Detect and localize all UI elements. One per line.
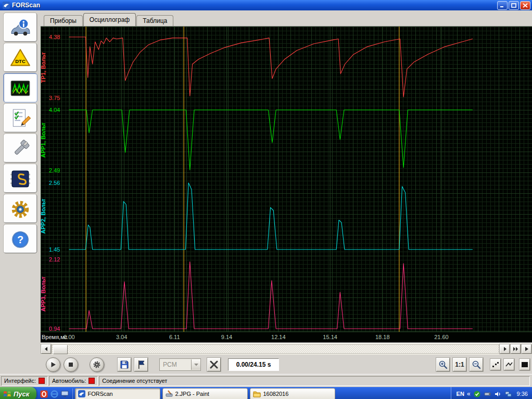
module-select[interactable]: PCM [159, 358, 201, 371]
clock: 9:36 [517, 391, 528, 397]
svg-text:4.38: 4.38 [49, 34, 60, 40]
zoom-scale-label: 1:1 [455, 361, 464, 368]
checklist-icon [9, 108, 32, 130]
tab-devices[interactable]: Приборы [44, 15, 83, 26]
scrollbar-thumb[interactable] [53, 345, 68, 354]
status-bar: Интерфейс: Автомобиль: Соединение отсутс… [0, 374, 532, 387]
help-glyph: ? [17, 234, 23, 245]
svg-text:2.49: 2.49 [49, 167, 60, 173]
folder-icon [253, 391, 261, 397]
zoom-out-icon [472, 360, 481, 369]
tab-strip: Приборы Осциллограф Таблица [41, 10, 532, 26]
start-button[interactable]: Пуск [0, 387, 36, 399]
taskbar-task-paint[interactable]: 2.JPG - Paint [162, 388, 248, 399]
taskbar: Пуск FORScan 2.JPG - Paint 16082016 EN «… [0, 387, 532, 399]
time-display: 0.00/24.15 s [228, 358, 279, 371]
vehicle-label: Автомобиль: [52, 378, 86, 384]
svg-text:21.60: 21.60 [434, 334, 449, 340]
display-solid-button[interactable] [520, 359, 530, 370]
taskbar-task-folder[interactable]: 16082016 [250, 388, 335, 399]
fast-forward-button[interactable] [511, 344, 521, 354]
module-select-value: PCM [163, 361, 177, 368]
forscan-window: FORScan DTC [0, 0, 532, 399]
oscilloscope-icon [9, 78, 32, 99]
svg-text:Время,мс: Время,мс [42, 334, 68, 340]
wrench-icon [9, 138, 32, 160]
sidebar-vehicle-info-button[interactable] [4, 13, 37, 42]
sidebar: DTC [0, 10, 41, 374]
svg-text:2.56: 2.56 [49, 180, 60, 186]
disconnect-button[interactable] [207, 358, 221, 371]
opera-icon[interactable] [40, 390, 48, 398]
svg-text:15.14: 15.14 [323, 334, 337, 340]
sidebar-service-button[interactable] [4, 134, 37, 163]
task-label: 16082016 [263, 391, 288, 397]
save-icon [120, 360, 129, 369]
zoom-out-button[interactable] [470, 358, 483, 371]
task-label: FORScan [87, 391, 112, 397]
minimize-button[interactable] [497, 1, 508, 10]
save-button[interactable] [118, 358, 131, 371]
dtc-icon: DTC [9, 47, 32, 69]
svg-text:TP1, Вольт: TP1, Вольт [41, 52, 46, 82]
toolbar: PCM 0.00/24.15 s 1:1 [41, 355, 532, 374]
markers-mode-icon [492, 361, 499, 368]
solid-mode-icon [521, 361, 528, 368]
title-bar: FORScan [0, 0, 532, 10]
gear-icon [9, 198, 32, 220]
svg-text:12.14: 12.14 [271, 334, 286, 340]
show-desktop-icon[interactable] [60, 390, 69, 398]
svg-text:APP1, Вольт: APP1, Вольт [41, 122, 46, 158]
svg-text:6.11: 6.11 [169, 334, 180, 340]
language-indicator[interactable]: EN [457, 391, 464, 397]
svg-text:0.94: 0.94 [49, 326, 60, 332]
sidebar-module-config-button[interactable] [4, 164, 37, 193]
marker-flag-button[interactable] [134, 358, 148, 371]
sidebar-oscilloscope-button[interactable] [4, 73, 37, 102]
sidebar-dtc-button[interactable]: DTC [4, 43, 37, 72]
svg-text:18.18: 18.18 [375, 334, 390, 340]
play-button[interactable] [46, 357, 60, 372]
tray-expand-button[interactable]: « [467, 390, 471, 397]
zoom-reset-button[interactable]: 1:1 [453, 358, 466, 371]
car-info-icon [9, 17, 32, 39]
usb-icon[interactable] [484, 390, 491, 398]
network-icon[interactable] [504, 390, 512, 398]
stop-button[interactable] [64, 357, 78, 372]
tab-oscilloscope[interactable]: Осциллограф [83, 13, 136, 26]
svg-text:2.12: 2.12 [49, 256, 60, 263]
time-display-value: 0.00/24.15 s [236, 361, 271, 368]
ie-icon[interactable] [50, 390, 59, 398]
tab-table-label: Таблица [143, 17, 167, 24]
antivirus-icon[interactable] [473, 390, 481, 398]
display-markers-button[interactable] [490, 359, 501, 370]
volume-icon[interactable] [494, 390, 502, 398]
svg-text:3.75: 3.75 [49, 95, 60, 101]
forscan-icon [78, 390, 85, 397]
scrollbar-track[interactable] [52, 344, 499, 354]
display-lines-button[interactable] [504, 359, 514, 370]
oscilloscope-canvas[interactable]: 0.003.046.119.1412.1415.1418.1821.60Врем… [41, 27, 532, 342]
horizontal-scrollbar[interactable] [41, 343, 532, 355]
windows-logo-icon [3, 390, 11, 398]
sidebar-tests-button[interactable] [4, 104, 37, 132]
record-settings-button[interactable] [90, 357, 104, 372]
jump-end-button[interactable] [522, 344, 531, 354]
svg-text:4.04: 4.04 [49, 107, 60, 113]
scroll-left-button[interactable] [41, 344, 51, 354]
taskbar-task-forscan[interactable]: FORScan [75, 388, 160, 399]
paint-icon [166, 390, 173, 397]
sidebar-settings-button[interactable] [4, 194, 37, 223]
close-button[interactable] [520, 1, 530, 10]
sidebar-help-button[interactable]: ? [4, 225, 37, 253]
interface-label: Интерфейс: [4, 378, 36, 384]
tab-oscilloscope-label: Осциллограф [90, 16, 130, 23]
maximize-button[interactable] [509, 1, 519, 10]
window-title: FORScan [12, 2, 497, 9]
app-icon [3, 2, 10, 9]
zoom-in-button[interactable] [436, 358, 450, 371]
svg-text:APP3, Вольт: APP3, Вольт [41, 276, 46, 311]
tab-table[interactable]: Таблица [136, 15, 173, 26]
scroll-right-button[interactable] [500, 344, 510, 354]
oscilloscope-plot[interactable]: 0.003.046.119.1412.1415.1418.1821.60Врем… [41, 26, 532, 343]
